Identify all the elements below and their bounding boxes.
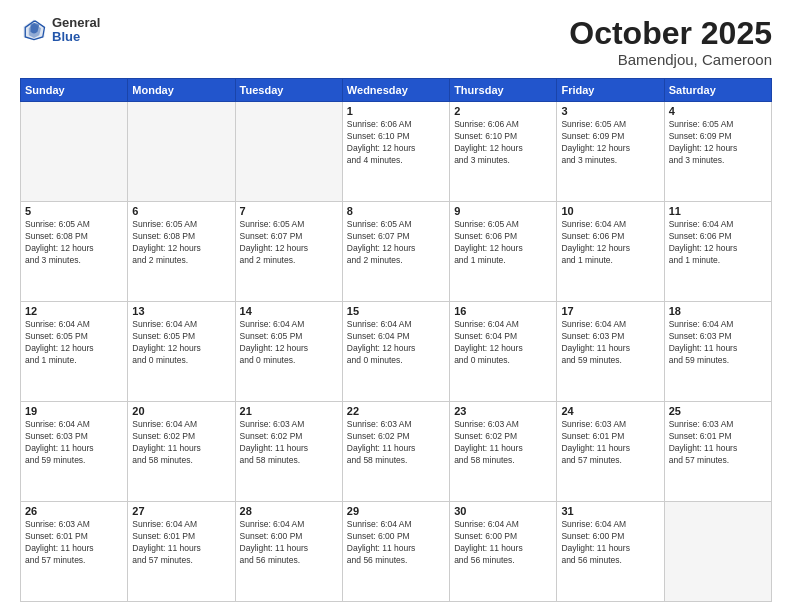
day-info: Sunrise: 6:04 AM Sunset: 6:00 PM Dayligh… bbox=[454, 519, 552, 567]
day-info: Sunrise: 6:05 AM Sunset: 6:07 PM Dayligh… bbox=[240, 219, 338, 267]
calendar-week-5: 26Sunrise: 6:03 AM Sunset: 6:01 PM Dayli… bbox=[21, 502, 772, 602]
calendar-cell: 22Sunrise: 6:03 AM Sunset: 6:02 PM Dayli… bbox=[342, 402, 449, 502]
weekday-row: SundayMondayTuesdayWednesdayThursdayFrid… bbox=[21, 79, 772, 102]
day-number: 31 bbox=[561, 505, 659, 517]
day-info: Sunrise: 6:03 AM Sunset: 6:02 PM Dayligh… bbox=[347, 419, 445, 467]
day-info: Sunrise: 6:03 AM Sunset: 6:02 PM Dayligh… bbox=[454, 419, 552, 467]
calendar-cell bbox=[128, 102, 235, 202]
header: General Blue October 2025 Bamendjou, Cam… bbox=[20, 16, 772, 68]
day-number: 17 bbox=[561, 305, 659, 317]
day-info: Sunrise: 6:04 AM Sunset: 6:02 PM Dayligh… bbox=[132, 419, 230, 467]
day-info: Sunrise: 6:03 AM Sunset: 6:01 PM Dayligh… bbox=[561, 419, 659, 467]
calendar-header: SundayMondayTuesdayWednesdayThursdayFrid… bbox=[21, 79, 772, 102]
day-info: Sunrise: 6:03 AM Sunset: 6:01 PM Dayligh… bbox=[25, 519, 123, 567]
day-number: 14 bbox=[240, 305, 338, 317]
calendar-table: SundayMondayTuesdayWednesdayThursdayFrid… bbox=[20, 78, 772, 602]
day-number: 8 bbox=[347, 205, 445, 217]
title-block: October 2025 Bamendjou, Cameroon bbox=[569, 16, 772, 68]
weekday-header-friday: Friday bbox=[557, 79, 664, 102]
calendar-cell: 15Sunrise: 6:04 AM Sunset: 6:04 PM Dayli… bbox=[342, 302, 449, 402]
calendar-cell: 31Sunrise: 6:04 AM Sunset: 6:00 PM Dayli… bbox=[557, 502, 664, 602]
calendar-cell: 30Sunrise: 6:04 AM Sunset: 6:00 PM Dayli… bbox=[450, 502, 557, 602]
calendar-cell bbox=[664, 502, 771, 602]
calendar-cell: 4Sunrise: 6:05 AM Sunset: 6:09 PM Daylig… bbox=[664, 102, 771, 202]
day-info: Sunrise: 6:05 AM Sunset: 6:08 PM Dayligh… bbox=[25, 219, 123, 267]
weekday-header-monday: Monday bbox=[128, 79, 235, 102]
calendar-cell: 28Sunrise: 6:04 AM Sunset: 6:00 PM Dayli… bbox=[235, 502, 342, 602]
calendar-cell bbox=[235, 102, 342, 202]
calendar-cell: 5Sunrise: 6:05 AM Sunset: 6:08 PM Daylig… bbox=[21, 202, 128, 302]
calendar-cell: 19Sunrise: 6:04 AM Sunset: 6:03 PM Dayli… bbox=[21, 402, 128, 502]
calendar-cell: 17Sunrise: 6:04 AM Sunset: 6:03 PM Dayli… bbox=[557, 302, 664, 402]
calendar-week-4: 19Sunrise: 6:04 AM Sunset: 6:03 PM Dayli… bbox=[21, 402, 772, 502]
day-info: Sunrise: 6:04 AM Sunset: 6:06 PM Dayligh… bbox=[561, 219, 659, 267]
title-location: Bamendjou, Cameroon bbox=[569, 51, 772, 68]
calendar-cell: 16Sunrise: 6:04 AM Sunset: 6:04 PM Dayli… bbox=[450, 302, 557, 402]
day-number: 26 bbox=[25, 505, 123, 517]
day-info: Sunrise: 6:04 AM Sunset: 6:04 PM Dayligh… bbox=[347, 319, 445, 367]
logo-blue-text: Blue bbox=[52, 30, 100, 44]
day-number: 2 bbox=[454, 105, 552, 117]
calendar-cell bbox=[21, 102, 128, 202]
day-info: Sunrise: 6:03 AM Sunset: 6:01 PM Dayligh… bbox=[669, 419, 767, 467]
day-number: 29 bbox=[347, 505, 445, 517]
calendar-cell: 9Sunrise: 6:05 AM Sunset: 6:06 PM Daylig… bbox=[450, 202, 557, 302]
day-info: Sunrise: 6:04 AM Sunset: 6:05 PM Dayligh… bbox=[132, 319, 230, 367]
day-info: Sunrise: 6:05 AM Sunset: 6:07 PM Dayligh… bbox=[347, 219, 445, 267]
day-info: Sunrise: 6:06 AM Sunset: 6:10 PM Dayligh… bbox=[454, 119, 552, 167]
day-number: 23 bbox=[454, 405, 552, 417]
calendar-week-3: 12Sunrise: 6:04 AM Sunset: 6:05 PM Dayli… bbox=[21, 302, 772, 402]
calendar-cell: 27Sunrise: 6:04 AM Sunset: 6:01 PM Dayli… bbox=[128, 502, 235, 602]
calendar-week-1: 1Sunrise: 6:06 AM Sunset: 6:10 PM Daylig… bbox=[21, 102, 772, 202]
calendar-cell: 21Sunrise: 6:03 AM Sunset: 6:02 PM Dayli… bbox=[235, 402, 342, 502]
day-info: Sunrise: 6:05 AM Sunset: 6:06 PM Dayligh… bbox=[454, 219, 552, 267]
day-info: Sunrise: 6:03 AM Sunset: 6:02 PM Dayligh… bbox=[240, 419, 338, 467]
day-info: Sunrise: 6:05 AM Sunset: 6:09 PM Dayligh… bbox=[669, 119, 767, 167]
weekday-header-wednesday: Wednesday bbox=[342, 79, 449, 102]
day-number: 22 bbox=[347, 405, 445, 417]
day-number: 6 bbox=[132, 205, 230, 217]
day-info: Sunrise: 6:04 AM Sunset: 6:00 PM Dayligh… bbox=[240, 519, 338, 567]
title-month: October 2025 bbox=[569, 16, 772, 51]
day-info: Sunrise: 6:04 AM Sunset: 6:00 PM Dayligh… bbox=[347, 519, 445, 567]
day-number: 27 bbox=[132, 505, 230, 517]
day-number: 16 bbox=[454, 305, 552, 317]
day-number: 10 bbox=[561, 205, 659, 217]
calendar-cell: 24Sunrise: 6:03 AM Sunset: 6:01 PM Dayli… bbox=[557, 402, 664, 502]
weekday-header-saturday: Saturday bbox=[664, 79, 771, 102]
calendar-cell: 13Sunrise: 6:04 AM Sunset: 6:05 PM Dayli… bbox=[128, 302, 235, 402]
calendar-cell: 12Sunrise: 6:04 AM Sunset: 6:05 PM Dayli… bbox=[21, 302, 128, 402]
day-number: 9 bbox=[454, 205, 552, 217]
calendar-cell: 11Sunrise: 6:04 AM Sunset: 6:06 PM Dayli… bbox=[664, 202, 771, 302]
day-number: 13 bbox=[132, 305, 230, 317]
day-number: 30 bbox=[454, 505, 552, 517]
day-info: Sunrise: 6:04 AM Sunset: 6:03 PM Dayligh… bbox=[561, 319, 659, 367]
day-number: 24 bbox=[561, 405, 659, 417]
logo-text: General Blue bbox=[52, 16, 100, 45]
page: General Blue October 2025 Bamendjou, Cam… bbox=[0, 0, 792, 612]
day-number: 1 bbox=[347, 105, 445, 117]
day-number: 18 bbox=[669, 305, 767, 317]
day-number: 19 bbox=[25, 405, 123, 417]
calendar-cell: 6Sunrise: 6:05 AM Sunset: 6:08 PM Daylig… bbox=[128, 202, 235, 302]
day-info: Sunrise: 6:04 AM Sunset: 6:06 PM Dayligh… bbox=[669, 219, 767, 267]
weekday-header-tuesday: Tuesday bbox=[235, 79, 342, 102]
day-number: 4 bbox=[669, 105, 767, 117]
calendar-body: 1Sunrise: 6:06 AM Sunset: 6:10 PM Daylig… bbox=[21, 102, 772, 602]
calendar-cell: 7Sunrise: 6:05 AM Sunset: 6:07 PM Daylig… bbox=[235, 202, 342, 302]
day-info: Sunrise: 6:05 AM Sunset: 6:09 PM Dayligh… bbox=[561, 119, 659, 167]
calendar-cell: 26Sunrise: 6:03 AM Sunset: 6:01 PM Dayli… bbox=[21, 502, 128, 602]
calendar-cell: 25Sunrise: 6:03 AM Sunset: 6:01 PM Dayli… bbox=[664, 402, 771, 502]
day-number: 28 bbox=[240, 505, 338, 517]
weekday-header-sunday: Sunday bbox=[21, 79, 128, 102]
day-info: Sunrise: 6:04 AM Sunset: 6:00 PM Dayligh… bbox=[561, 519, 659, 567]
calendar-cell: 1Sunrise: 6:06 AM Sunset: 6:10 PM Daylig… bbox=[342, 102, 449, 202]
day-info: Sunrise: 6:05 AM Sunset: 6:08 PM Dayligh… bbox=[132, 219, 230, 267]
day-number: 15 bbox=[347, 305, 445, 317]
calendar-cell: 29Sunrise: 6:04 AM Sunset: 6:00 PM Dayli… bbox=[342, 502, 449, 602]
weekday-header-thursday: Thursday bbox=[450, 79, 557, 102]
day-info: Sunrise: 6:04 AM Sunset: 6:04 PM Dayligh… bbox=[454, 319, 552, 367]
logo: General Blue bbox=[20, 16, 100, 45]
calendar-week-2: 5Sunrise: 6:05 AM Sunset: 6:08 PM Daylig… bbox=[21, 202, 772, 302]
calendar-cell: 14Sunrise: 6:04 AM Sunset: 6:05 PM Dayli… bbox=[235, 302, 342, 402]
